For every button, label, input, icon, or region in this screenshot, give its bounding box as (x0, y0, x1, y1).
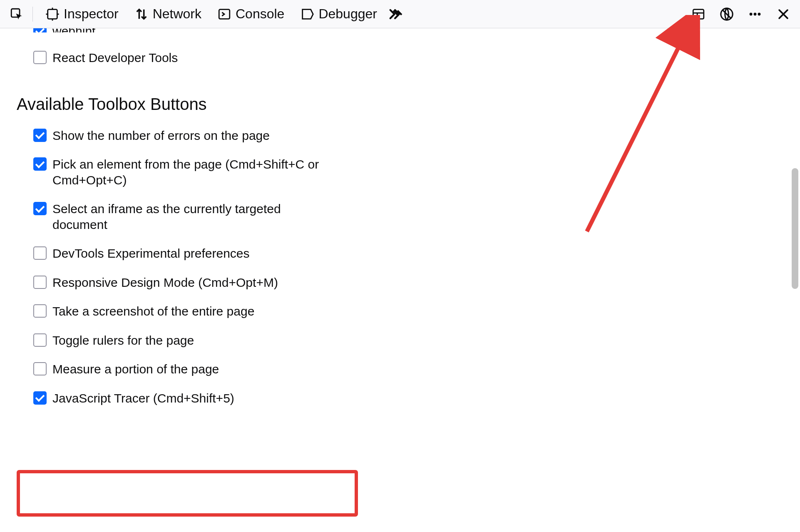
option-label: Pick an element from the page (Cmd+Shift… (52, 157, 325, 188)
option-label: Select an iframe as the currently target… (52, 201, 325, 232)
svg-rect-1 (48, 9, 57, 19)
option-rulers: Toggle rulers for the page (33, 333, 325, 348)
checkbox-experimental-prefs[interactable] (33, 246, 47, 260)
option-label: JavaScript Tracer (Cmd+Shift+5) (52, 390, 234, 406)
devtools-toolbar: Inspector Network Console Debugger (0, 0, 800, 28)
checkbox-js-tracer[interactable] (33, 391, 47, 405)
option-error-count: Show the number of errors on the page (33, 128, 325, 144)
option-label: webhint (52, 28, 95, 32)
tab-network[interactable]: Network (129, 4, 206, 24)
tab-debugger-label: Debugger (318, 6, 377, 22)
checkbox-screenshot[interactable] (33, 304, 47, 318)
option-label: Show the number of errors on the page (52, 128, 270, 144)
close-icon[interactable] (775, 6, 792, 22)
console-icon (217, 7, 231, 21)
checkbox-webhint[interactable] (33, 28, 47, 32)
svg-point-15 (758, 12, 761, 15)
divider (32, 7, 33, 22)
svg-rect-7 (693, 9, 704, 19)
option-select-iframe: Select an iframe as the currently target… (33, 201, 325, 232)
checkbox-pick-element[interactable] (33, 157, 47, 171)
responsive-mode-icon[interactable] (690, 6, 707, 22)
checkbox-responsive-design[interactable] (33, 276, 47, 289)
tab-console[interactable]: Console (212, 4, 289, 24)
option-screenshot: Take a screenshot of the entire page (33, 303, 325, 319)
checkbox-rulers[interactable] (33, 333, 47, 347)
toolbar-right (690, 6, 792, 22)
scrollbar-thumb[interactable] (792, 168, 798, 289)
javascript-tracer-icon[interactable] (718, 6, 735, 22)
option-react-devtools: React Developer Tools (33, 50, 783, 66)
checkbox-error-count[interactable] (33, 129, 47, 142)
option-label: DevTools Experimental preferences (52, 246, 250, 261)
option-responsive-design: Responsive Design Mode (Cmd+Opt+M) (33, 275, 325, 291)
tab-inspector[interactable]: Inspector (40, 4, 124, 24)
option-measure: Measure a portion of the page (33, 361, 325, 377)
toolbar-left: Inspector Network Console Debugger (8, 4, 687, 24)
debugger-icon (300, 7, 314, 21)
toolbox-buttons-list: Show the number of errors on the page Pi… (17, 128, 325, 406)
tab-debugger[interactable]: Debugger (295, 4, 382, 24)
checkbox-measure[interactable] (33, 362, 47, 375)
element-picker-icon[interactable] (8, 6, 25, 22)
tab-inspector-label: Inspector (64, 6, 119, 22)
option-js-tracer: JavaScript Tracer (Cmd+Shift+5) (33, 390, 325, 406)
inspector-icon (45, 7, 60, 21)
checkbox-react-devtools[interactable] (33, 51, 47, 64)
svg-point-14 (754, 12, 757, 15)
option-webhint: webhint (33, 28, 783, 32)
section-heading-toolbox-buttons: Available Toolbox Buttons (17, 95, 783, 114)
option-label: React Developer Tools (52, 50, 178, 66)
option-experimental-prefs: DevTools Experimental preferences (33, 246, 325, 261)
meatball-menu-icon[interactable] (747, 6, 763, 22)
svg-point-13 (750, 12, 753, 15)
tab-network-label: Network (153, 6, 201, 22)
option-pick-element: Pick an element from the page (Cmd+Shift… (33, 157, 325, 188)
settings-content: webhint React Developer Tools Available … (0, 28, 800, 532)
more-tabs-icon[interactable] (388, 6, 405, 22)
option-label: Toggle rulers for the page (52, 333, 194, 348)
checkbox-select-iframe[interactable] (33, 202, 47, 215)
tab-console-label: Console (236, 6, 284, 22)
network-icon (134, 7, 149, 21)
option-label: Responsive Design Mode (Cmd+Opt+M) (52, 275, 278, 291)
option-label: Take a screenshot of the entire page (52, 303, 254, 319)
option-label: Measure a portion of the page (52, 361, 219, 377)
top-options-group: webhint React Developer Tools (17, 28, 783, 66)
